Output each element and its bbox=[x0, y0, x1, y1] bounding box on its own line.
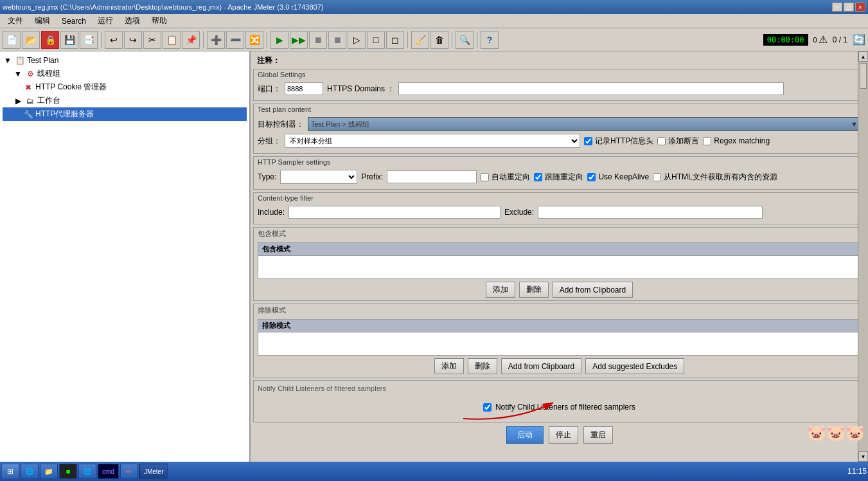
keepalive-checkbox[interactable] bbox=[587, 173, 596, 181]
toolbar-toggle[interactable]: 🔀 bbox=[245, 31, 263, 49]
exclude-table-body bbox=[258, 332, 860, 355]
page-counter: 0 / 1 bbox=[833, 35, 847, 44]
toolbar-open[interactable]: 📂 bbox=[22, 31, 40, 49]
menu-file[interactable]: 文件 bbox=[3, 14, 28, 28]
exclude-suggested-button[interactable]: Add suggested Excludes bbox=[585, 358, 684, 374]
taskbar-ie[interactable]: 🌐 bbox=[21, 464, 39, 479]
group-select[interactable]: 不对样本分组 bbox=[285, 134, 580, 148]
exclude-mode-title: 排除模式 bbox=[254, 304, 865, 316]
menu-edit[interactable]: 编辑 bbox=[30, 14, 55, 28]
close-button[interactable]: × bbox=[855, 3, 865, 12]
toolbar-paste[interactable]: 📌 bbox=[182, 31, 200, 49]
cookie-icon: ✖ bbox=[23, 82, 33, 93]
follow-redirect-checkbox[interactable] bbox=[534, 173, 542, 181]
toolbar-cut[interactable]: ✂ bbox=[143, 31, 161, 49]
mascot-area: 🐷🐷🐷 bbox=[807, 424, 865, 442]
toolbar-remote-start[interactable]: ▷ bbox=[348, 31, 366, 49]
proxy-icon: 🔧 bbox=[23, 109, 33, 120]
toolbar-clear[interactable]: 🧹 bbox=[411, 31, 429, 49]
tree-item-test-plan[interactable]: ▼ 📋 Test Plan bbox=[3, 54, 247, 67]
toolbar-save-tpl[interactable]: 🔒 bbox=[41, 31, 59, 49]
exclude-input[interactable] bbox=[538, 206, 763, 219]
target-dropdown-value: Test Plan > 线程组 bbox=[311, 120, 369, 129]
add-assertion-checkbox[interactable] bbox=[657, 137, 666, 145]
target-dropdown[interactable]: Test Plan > 线程组 ▼ bbox=[308, 117, 861, 131]
taskbar-explorer[interactable]: 📁 bbox=[40, 464, 58, 479]
from-html-checkbox[interactable] bbox=[653, 173, 661, 181]
tree-label-test-plan: Test Plan bbox=[27, 56, 58, 65]
content-type-filter-body: Include: Exclude: bbox=[254, 203, 865, 224]
include-mode-group: 包含模式 包含模式 添加 删除 Add from Clipboard bbox=[253, 227, 865, 301]
exclude-add-button[interactable]: 添加 bbox=[434, 358, 464, 374]
taskbar-chrome[interactable]: 🌐 bbox=[78, 464, 96, 479]
target-controller-row: 目标控制器： Test Plan > 线程组 ▼ bbox=[258, 117, 861, 131]
toolbar-search[interactable]: 🔍 bbox=[456, 31, 474, 49]
auto-redirect-checkbox[interactable] bbox=[481, 173, 489, 181]
menu-options[interactable]: 选项 bbox=[120, 14, 145, 28]
toolbar-start[interactable]: ▶ bbox=[270, 31, 288, 49]
refresh-icon[interactable]: 🔄 bbox=[853, 33, 865, 46]
notify-checkbox-area: Notify Child Listeners of filtered sampl… bbox=[258, 396, 861, 418]
tree-item-thread-group[interactable]: ▼ ⚙ 线程组 bbox=[3, 67, 247, 80]
toolbar-new[interactable]: 📄 bbox=[3, 31, 21, 49]
tree-item-proxy[interactable]: 🔧 HTTP代理服务器 bbox=[3, 107, 247, 121]
group-label: 分组： bbox=[258, 136, 281, 147]
tree-item-workbench[interactable]: ▶ 🗂 工作台 bbox=[3, 94, 247, 107]
toolbar-collapse[interactable]: ➖ bbox=[226, 31, 244, 49]
minimize-button[interactable]: － bbox=[832, 3, 842, 12]
sep4 bbox=[407, 32, 408, 48]
test-plan-content-body: 目标控制器： Test Plan > 线程组 ▼ 分组： 不对样本分组 记录HT… bbox=[254, 114, 865, 153]
exclude-clipboard-button[interactable]: Add from Clipboard bbox=[501, 358, 581, 374]
menu-help[interactable]: 帮助 bbox=[146, 14, 172, 28]
regex-label: Regex matching bbox=[714, 136, 770, 145]
taskbar-cmd[interactable]: cmd bbox=[98, 464, 119, 479]
toolbar-stop[interactable]: ⏹ bbox=[309, 31, 327, 49]
tree-item-cookie-manager[interactable]: ✖ HTTP Cookie 管理器 bbox=[3, 80, 247, 94]
start-menu-button[interactable]: ⊞ bbox=[1, 464, 19, 479]
type-select[interactable] bbox=[280, 170, 357, 184]
scroll-up-button[interactable]: ▲ bbox=[858, 51, 868, 62]
menu-run[interactable]: 运行 bbox=[93, 14, 118, 28]
sep2 bbox=[203, 32, 204, 48]
vertical-scrollbar[interactable]: ▲ ▼ bbox=[858, 51, 868, 462]
toolbar-redo[interactable]: ↪ bbox=[124, 31, 142, 49]
regex-checkbox[interactable] bbox=[703, 137, 711, 145]
toolbar-clear-all[interactable]: 🗑 bbox=[430, 31, 448, 49]
stop-button[interactable]: 停止 bbox=[549, 426, 578, 444]
toolbar-help[interactable]: ? bbox=[481, 31, 499, 49]
reset-button[interactable]: 重启 bbox=[583, 426, 613, 444]
scroll-down-button[interactable]: ▼ bbox=[858, 451, 868, 462]
maximize-button[interactable]: □ bbox=[844, 3, 854, 12]
menu-search[interactable]: Search bbox=[57, 15, 91, 27]
toolbar-shutdown[interactable]: ⏹ bbox=[328, 31, 346, 49]
scroll-thumb[interactable] bbox=[860, 63, 867, 89]
toolbar-start-no-pause[interactable]: ▶▶ bbox=[290, 31, 308, 49]
toolbar-expand[interactable]: ➕ bbox=[207, 31, 225, 49]
taskbar-notepad[interactable]: ✏ bbox=[120, 464, 138, 479]
include-delete-button[interactable]: 删除 bbox=[519, 282, 549, 298]
toolbar-remote-shutdown[interactable]: ◻ bbox=[386, 31, 404, 49]
toolbar-remote-stop[interactable]: □ bbox=[367, 31, 385, 49]
record-http-checkbox[interactable] bbox=[584, 137, 592, 145]
workbench-expand-icon: ▶ bbox=[13, 96, 23, 106]
taskbar-jmeter[interactable]: JMeter bbox=[139, 464, 168, 479]
port-label: 端口： bbox=[258, 84, 281, 95]
include-clipboard-button[interactable]: Add from Clipboard bbox=[553, 282, 633, 298]
include-input[interactable] bbox=[288, 206, 500, 219]
toolbar-right: 00:00:00 0 ⚠ 0 / 1 🔄 bbox=[763, 33, 865, 46]
notify-checkbox[interactable] bbox=[483, 403, 492, 412]
toolbar-saveas[interactable]: 📑 bbox=[80, 31, 98, 49]
toolbar-copy[interactable]: 📋 bbox=[163, 31, 181, 49]
include-mode-body: 包含模式 添加 删除 Add from Clipboard bbox=[254, 240, 865, 300]
taskbar-terminal[interactable]: ■ bbox=[59, 464, 77, 479]
from-html-label: 从HTML文件获取所有内含的资源 bbox=[664, 172, 777, 183]
toolbar-save[interactable]: 💾 bbox=[60, 31, 78, 49]
https-input[interactable] bbox=[398, 82, 784, 95]
exclude-delete-button[interactable]: 删除 bbox=[468, 358, 497, 374]
start-button[interactable]: 启动 bbox=[506, 426, 544, 444]
include-add-button[interactable]: 添加 bbox=[486, 282, 515, 298]
prefix-input[interactable] bbox=[387, 170, 477, 183]
include-mode-title: 包含模式 bbox=[254, 228, 865, 240]
port-input[interactable] bbox=[285, 82, 323, 95]
toolbar-undo[interactable]: ↩ bbox=[105, 31, 123, 49]
